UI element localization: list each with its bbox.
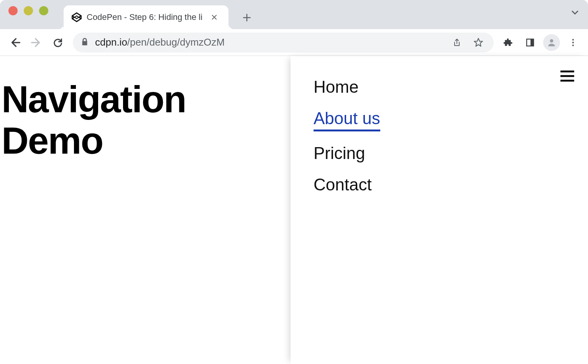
forward-button[interactable]	[27, 33, 46, 52]
page-title: Navigation Demo	[2, 79, 291, 162]
tab-bar: CodePen - Step 6: Hiding the li	[0, 0, 588, 29]
star-icon[interactable]	[471, 35, 486, 50]
profile-avatar[interactable]	[542, 33, 561, 52]
window-close-button[interactable]	[8, 6, 18, 15]
close-tab-button[interactable]	[210, 13, 218, 21]
window-maximize-button[interactable]	[39, 6, 48, 15]
nav-item-pricing[interactable]: Pricing	[314, 144, 365, 163]
tab-title: CodePen - Step 6: Hiding the li	[87, 12, 205, 22]
new-tab-button[interactable]	[238, 8, 256, 27]
sidepanel-icon[interactable]	[521, 33, 540, 52]
url-text: cdpn.io/pen/debug/dymzOzM	[95, 36, 443, 48]
toolbar-actions	[499, 33, 583, 52]
menu-icon[interactable]	[563, 33, 583, 52]
back-button[interactable]	[5, 33, 25, 52]
page-content: Navigation Demo Home About us Pricing Co…	[0, 56, 588, 364]
svg-rect-1	[531, 39, 534, 46]
share-icon[interactable]	[449, 35, 465, 50]
reload-button[interactable]	[48, 33, 67, 52]
svg-point-3	[572, 39, 574, 40]
navigation-panel: Home About us Pricing Contact	[291, 56, 588, 364]
avatar-icon	[543, 34, 560, 51]
svg-point-2	[550, 39, 554, 43]
nav-item-contact[interactable]: Contact	[314, 175, 372, 194]
url-path: /pen/debug/dymzOzM	[127, 36, 225, 48]
extensions-icon[interactable]	[499, 33, 518, 52]
browser-chrome: CodePen - Step 6: Hiding the li cdpn.i	[0, 0, 588, 56]
codepen-icon	[71, 12, 82, 23]
hamburger-icon[interactable]	[560, 71, 574, 82]
nav-item-about-us[interactable]: About us	[314, 109, 380, 131]
browser-toolbar: cdpn.io/pen/debug/dymzOzM	[0, 29, 588, 56]
window-controls	[8, 0, 64, 29]
address-bar[interactable]: cdpn.io/pen/debug/dymzOzM	[73, 33, 494, 52]
nav-list: Home About us Pricing Contact	[314, 77, 565, 194]
lock-icon	[80, 38, 89, 48]
url-domain: cdpn.io	[95, 36, 127, 48]
window-minimize-button[interactable]	[24, 6, 33, 15]
nav-item-home[interactable]: Home	[314, 77, 358, 97]
tab-menu-button[interactable]	[570, 7, 580, 20]
svg-point-5	[572, 44, 574, 46]
main-content: Navigation Demo	[0, 56, 291, 364]
svg-point-4	[572, 41, 574, 43]
browser-tab[interactable]: CodePen - Step 6: Hiding the li	[64, 5, 228, 29]
